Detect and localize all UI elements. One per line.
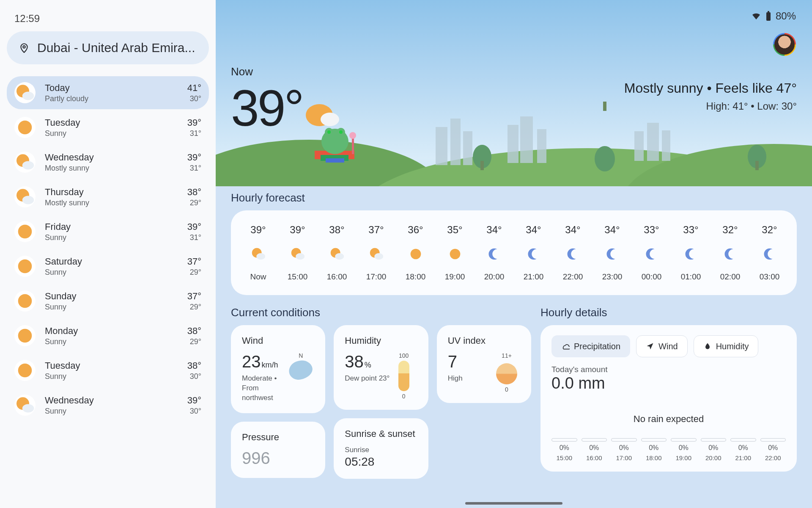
precip-bar: 0%21:00: [730, 438, 756, 461]
chip-humidity[interactable]: Humidity: [694, 335, 759, 357]
hour-item[interactable]: 33°01:00: [671, 224, 710, 282]
location-selector[interactable]: Dubai - United Arab Emira...: [7, 31, 209, 64]
chip-wind[interactable]: Wind: [636, 335, 688, 357]
precip-pct: 0%: [738, 444, 748, 452]
sunrise-card[interactable]: Sunrise & sunset Sunrise 05:28: [334, 418, 428, 479]
day-high: 39°: [187, 117, 201, 128]
hour-temp: 39°: [290, 224, 305, 236]
hour-item[interactable]: 35°19:00: [435, 224, 475, 282]
detail-chips: Precipitation Wind Humidity: [551, 335, 786, 357]
day-low: 29°: [190, 303, 201, 312]
precip-time: 17:00: [616, 454, 632, 461]
feels-like: Mostly sunny • Feels like 47°: [624, 80, 797, 96]
svg-point-2: [22, 92, 34, 100]
hour-time: Now: [250, 272, 266, 282]
hourly-card[interactable]: 39°Now39°15:0038°16:0037°17:0036°18:0035…: [231, 210, 797, 295]
svg-point-31: [595, 146, 615, 171]
day-high: 39°: [187, 395, 201, 406]
hour-item[interactable]: 34°22:00: [553, 224, 593, 282]
day-low: 29°: [190, 268, 201, 277]
hour-item[interactable]: 33°00:00: [632, 224, 671, 282]
pressure-value: 996: [242, 449, 270, 467]
day-item[interactable]: SaturdaySunny37°29°: [7, 250, 209, 283]
battery-icon: [765, 11, 771, 21]
svg-point-14: [22, 404, 34, 413]
day-item[interactable]: FridaySunny39°31°: [7, 215, 209, 248]
sidebar: 12:59 Dubai - United Arab Emira... Today…: [0, 0, 216, 508]
day-low: 31°: [190, 129, 201, 138]
day-item[interactable]: TuesdaySunny38°30°: [7, 354, 209, 387]
map-pin-icon: [19, 42, 30, 53]
day-name: Sunday: [45, 291, 178, 302]
hour-item[interactable]: 38°16:00: [317, 224, 357, 282]
hour-item[interactable]: 34°20:00: [475, 224, 514, 282]
day-item[interactable]: WednesdaySunny39°30°: [7, 389, 209, 422]
sunny-icon: [14, 221, 36, 242]
precip-bar: 0%17:00: [611, 438, 637, 461]
day-item[interactable]: MondaySunny38°29°: [7, 319, 209, 352]
humidity-gauge: 100 0: [390, 352, 417, 400]
humidity-detail: Dew point 23°: [345, 374, 390, 384]
wind-card[interactable]: Wind 23km/h Moderate • From northwest N: [231, 325, 325, 413]
day-item[interactable]: ThursdayMostly sunny38°29°: [7, 180, 209, 213]
hero: Now 39° Mostly sunny • Feels like 47° Hi…: [216, 0, 812, 186]
clock: 12:59: [7, 7, 209, 26]
day-item[interactable]: TodayPartly cloudy41°30°: [7, 76, 209, 109]
day-list: TodayPartly cloudy41°30°TuesdaySunny39°3…: [7, 76, 209, 422]
day-low: 31°: [190, 233, 201, 242]
hour-temp: 32°: [722, 224, 738, 236]
humidity-card[interactable]: Humidity 38% Dew point 23° 100 0: [334, 325, 428, 410]
wind-unit: km/h: [262, 361, 278, 369]
svg-rect-28: [662, 130, 670, 161]
hour-temp: 36°: [408, 224, 423, 236]
uv-gauge: 11+ 0: [493, 352, 520, 393]
hourly-title: Hourly forecast: [231, 191, 797, 204]
precip-pct: 0%: [768, 444, 778, 452]
conditions-grid: Wind 23km/h Moderate • From northwest N: [231, 325, 531, 479]
details-title: Hourly details: [540, 306, 797, 319]
location-label: Dubai - United Arab Emira...: [37, 41, 195, 55]
svg-rect-16: [768, 11, 769, 12]
svg-rect-26: [634, 131, 644, 161]
hour-item[interactable]: 39°15:00: [278, 224, 317, 282]
moon-icon: [604, 246, 620, 262]
svg-point-12: [18, 364, 32, 378]
moon-icon: [486, 246, 502, 262]
partly-icon: [250, 246, 266, 262]
partly-icon: [14, 395, 36, 416]
home-indicator[interactable]: [465, 502, 562, 505]
hour-item[interactable]: 32°03:00: [750, 224, 789, 282]
pressure-card[interactable]: Pressure 996: [231, 422, 325, 478]
hour-time: 16:00: [327, 272, 347, 282]
chip-precipitation[interactable]: Precipitation: [551, 335, 630, 357]
svg-point-7: [22, 196, 34, 204]
hour-item[interactable]: 34°23:00: [593, 224, 632, 282]
moon-icon: [683, 246, 699, 262]
hour-temp: 39°: [250, 224, 266, 236]
avatar[interactable]: [773, 33, 796, 56]
day-high: 41°: [187, 83, 201, 94]
hour-time: 21:00: [524, 272, 544, 282]
svg-point-54: [374, 253, 383, 260]
amount-label: Today's amount: [551, 365, 786, 374]
wifi-icon: [751, 11, 761, 21]
precip-bars: 0%15:000%16:000%17:000%18:000%19:000%20:…: [551, 438, 786, 461]
hour-item[interactable]: 36°18:00: [396, 224, 435, 282]
day-item[interactable]: SundaySunny37°29°: [7, 284, 209, 318]
day-name: Tuesday: [45, 360, 178, 371]
now-label: Now: [231, 65, 797, 78]
hour-item[interactable]: 34°21:00: [514, 224, 553, 282]
svg-point-44: [339, 130, 343, 134]
hour-item[interactable]: 39°Now: [239, 224, 278, 282]
hour-temp: 33°: [644, 224, 659, 236]
sunrise-title: Sunrise & sunset: [345, 428, 417, 439]
hour-item[interactable]: 37°17:00: [357, 224, 396, 282]
sunny-icon: [14, 325, 36, 346]
hour-time: 01:00: [681, 272, 701, 282]
sunny-icon: [14, 117, 36, 138]
day-item[interactable]: WednesdayMostly sunny39°31°: [7, 146, 209, 179]
day-item[interactable]: TuesdaySunny39°31°: [7, 111, 209, 144]
day-low: 30°: [190, 407, 201, 416]
uv-card[interactable]: UV index 7 High 11+ 0: [437, 325, 531, 403]
hour-item[interactable]: 32°02:00: [710, 224, 750, 282]
